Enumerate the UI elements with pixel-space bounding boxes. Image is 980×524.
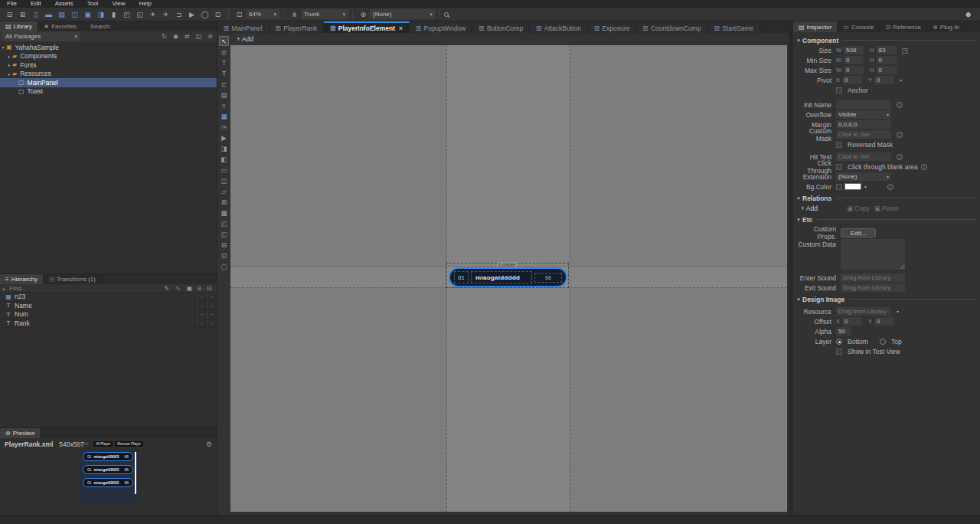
- new-graph-icon[interactable]: ▤: [56, 9, 67, 20]
- copy-icon[interactable]: ▣: [185, 285, 194, 292]
- publish-icon[interactable]: ✈: [147, 9, 158, 20]
- player-info-element[interactable]: 01 miaogaiddddd 66: [449, 267, 567, 287]
- document-tab[interactable]: ▥ PlayerRank: [270, 21, 325, 33]
- document-tab[interactable]: ▥ StartGame: [708, 21, 761, 33]
- menu-item[interactable]: Edit: [24, 0, 48, 8]
- hierarchy-tab[interactable]: ◷Transitions (1): [44, 274, 102, 284]
- visibility-toggle[interactable]: [197, 319, 207, 328]
- text-tool[interactable]: T: [219, 57, 229, 67]
- document-tab[interactable]: ▥ AttackButton: [530, 21, 588, 33]
- import-icon[interactable]: ⊐: [173, 9, 185, 20]
- copy-relations-button[interactable]: ▣Copy: [847, 205, 870, 212]
- hierarchy-tab[interactable]: ≡Hierarchy: [0, 274, 44, 284]
- bg-color-swatch[interactable]: [844, 183, 861, 190]
- design-image-section-header[interactable]: ▼ Design Image: [795, 294, 977, 304]
- scrollbar-tool[interactable]: ▱: [219, 186, 229, 196]
- find-input[interactable]: Find...: [9, 285, 26, 292]
- mobile-preview-icon[interactable]: ▯: [30, 9, 41, 20]
- pivot-x-input[interactable]: 0: [842, 76, 862, 84]
- library-tree-item[interactable]: ▸ ▰ Components: [0, 52, 217, 61]
- save-icon[interactable]: ◰: [121, 9, 132, 20]
- curve-icon[interactable]: ∿: [174, 285, 182, 292]
- name-text-node[interactable]: miaogaiddddd: [471, 271, 532, 283]
- min-height-input[interactable]: 0: [877, 56, 897, 64]
- misc-tool[interactable]: ▢: [219, 261, 229, 271]
- library-tab[interactable]: ★Favorties: [38, 21, 83, 31]
- expand-editor-icon[interactable]: ◿: [900, 264, 904, 270]
- visibility-toggle[interactable]: [197, 302, 207, 310]
- select-tool[interactable]: ↖: [219, 36, 229, 46]
- clock-tool[interactable]: ◷: [219, 122, 229, 132]
- new-component-icon[interactable]: ◫: [69, 9, 80, 20]
- relations-section-header[interactable]: ▼ Relations: [795, 193, 977, 203]
- tree-expander-icon[interactable]: ▸: [6, 62, 12, 67]
- paste-relations-button[interactable]: ▣Paste: [874, 205, 899, 212]
- extension-select[interactable]: (None)▾: [836, 172, 891, 181]
- visibility-toggle[interactable]: [197, 293, 207, 301]
- menu-item[interactable]: View: [105, 0, 132, 8]
- component-section-header[interactable]: ▼ Component: [795, 35, 977, 45]
- visibility-toggle[interactable]: [197, 310, 207, 319]
- lock-toggle[interactable]: [207, 293, 217, 301]
- search-icon[interactable]: [444, 12, 449, 17]
- add-button[interactable]: + Add: [230, 35, 260, 43]
- hit-test-input[interactable]: Click to Set: [836, 152, 891, 161]
- etc-section-header[interactable]: ▼ Etc: [795, 215, 977, 224]
- lock-toggle[interactable]: [207, 302, 217, 310]
- graph-tool[interactable]: ◱: [219, 229, 229, 239]
- pivot-y-input[interactable]: 0: [874, 76, 894, 84]
- language-select[interactable]: (None)▾: [370, 9, 436, 19]
- user-account-icon[interactable]: ☻: [964, 10, 977, 18]
- group-icon[interactable]: ⊛: [206, 33, 214, 40]
- custom-data-textarea[interactable]: ◿: [841, 239, 905, 270]
- show-in-test-view-checkbox[interactable]: [836, 349, 842, 355]
- richtext-tool[interactable]: Ŧ: [219, 68, 229, 78]
- group-tool[interactable]: ⊞: [219, 197, 229, 207]
- component-tool[interactable]: ◰: [219, 218, 229, 228]
- reversed-mask-checkbox[interactable]: [836, 142, 842, 148]
- menu-item[interactable]: File: [0, 0, 24, 8]
- document-tab[interactable]: ▥ MainPanel: [217, 21, 270, 33]
- add-relation-button[interactable]: + Add: [801, 205, 818, 212]
- offset-x-input[interactable]: 0: [842, 317, 862, 326]
- design-resource-input[interactable]: Drag from Library: [836, 307, 891, 316]
- open-package-icon[interactable]: ⊟: [4, 9, 15, 20]
- edit-custom-props-button[interactable]: Edit...: [841, 228, 876, 237]
- lock-toggle[interactable]: [207, 310, 217, 319]
- display-mode-icon[interactable]: ⊡: [234, 9, 245, 20]
- edit-icon[interactable]: ✎: [162, 285, 171, 292]
- columns-icon[interactable]: ◫: [194, 33, 203, 40]
- document-tab[interactable]: ▥ CountdownComp: [636, 21, 707, 33]
- resource-dropdown-icon[interactable]: ▾: [897, 309, 899, 314]
- inspector-tab[interactable]: ▤Inspector: [793, 21, 838, 32]
- package-filter-select[interactable]: All Packages▾: [2, 31, 80, 41]
- min-width-input[interactable]: 0: [844, 56, 864, 64]
- document-tab[interactable]: ▥ Exposure: [588, 21, 636, 33]
- size-width-input[interactable]: 508: [844, 46, 864, 54]
- new-movieclip-icon[interactable]: ◨: [95, 9, 106, 20]
- sort-icon[interactable]: ⇄: [183, 33, 191, 40]
- document-tab[interactable]: ▥ PlayerInfoElement: [324, 21, 410, 33]
- pivot-preset-dropdown-icon[interactable]: ▾: [900, 77, 902, 83]
- inspector-tab[interactable]: ⊕Plug-In: [927, 21, 965, 32]
- info-icon[interactable]: [897, 102, 903, 108]
- rect-tool[interactable]: ⊟: [219, 240, 229, 250]
- test-icon[interactable]: ◯: [199, 9, 211, 20]
- init-name-input[interactable]: [836, 100, 891, 109]
- slider-tool[interactable]: ◫: [219, 175, 229, 185]
- anchor-checkbox[interactable]: [836, 87, 842, 93]
- info-icon[interactable]: [887, 184, 893, 190]
- max-width-input[interactable]: 0: [844, 66, 864, 74]
- circle-tool[interactable]: ⊡: [219, 251, 229, 260]
- alpha-input[interactable]: 50: [836, 327, 851, 336]
- info-icon[interactable]: [921, 164, 927, 170]
- margin-input[interactable]: 0,0,0,0: [836, 120, 891, 129]
- max-height-input[interactable]: 0: [877, 66, 897, 74]
- play-icon[interactable]: ▶: [186, 9, 198, 20]
- rank-text-node[interactable]: 01: [454, 271, 469, 283]
- preview-settings-icon[interactable]: ⚙: [206, 440, 212, 448]
- new-label-icon[interactable]: ▣: [82, 9, 93, 20]
- document-tab[interactable]: ▥ ButtonComp: [472, 21, 530, 33]
- offset-y-input[interactable]: 0: [874, 317, 894, 326]
- document-tab[interactable]: ▥ PopupWindow: [410, 21, 472, 33]
